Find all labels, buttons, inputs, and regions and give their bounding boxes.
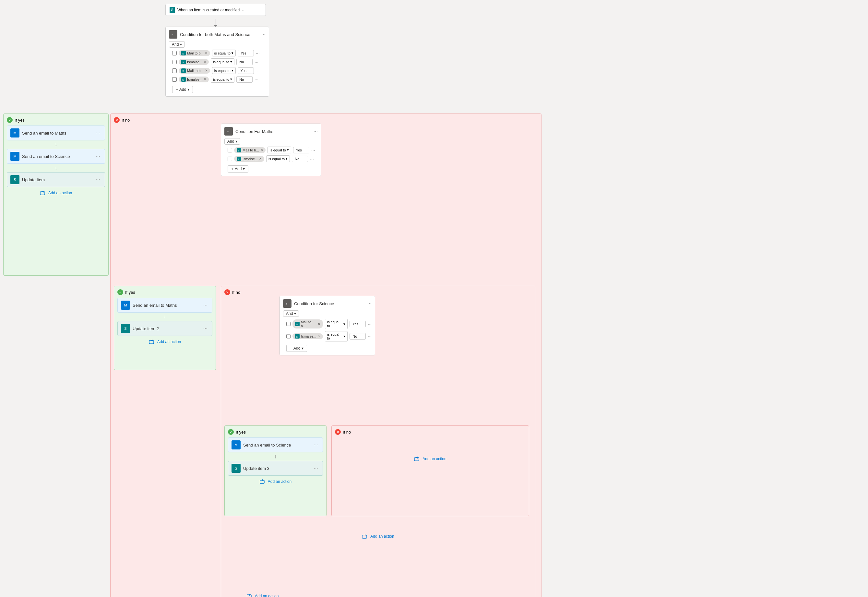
top-update-more[interactable]: ···: [95, 176, 101, 183]
top-send-maths-card[interactable]: M Send an email to Maths ···: [7, 125, 105, 140]
top-send-maths-title: Send an email to Maths: [22, 131, 92, 135]
svg-text:S: S: [182, 52, 184, 55]
main-cond-tag-4: S Ismalse... ✕: [179, 77, 209, 82]
maths-cond-tag-1: S Mail to b... ✕: [234, 147, 266, 153]
maths-send-maths-card[interactable]: M Send an email to Maths ···: [117, 298, 212, 313]
main-cond-row-2: S Ismalse... ✕ is equal to▾ No ···: [169, 58, 266, 65]
science-update-more[interactable]: ···: [313, 465, 319, 472]
science-and-badge[interactable]: And ▾: [283, 310, 299, 317]
main-cond-row-3: S Mail to b... ✕ is equal to▾ Yes ···: [169, 67, 266, 74]
top-if-yes-label: ✓ If yes: [7, 117, 105, 123]
trigger-card[interactable]: S When an item is created or modified ··…: [165, 4, 266, 16]
science-tag-1-x[interactable]: ✕: [318, 322, 320, 326]
maths-tag-2-x[interactable]: ✕: [259, 157, 262, 160]
maths-if-yes-branch: ✓ If yes M Send an email to Maths ··· ↓ …: [114, 286, 216, 370]
main-cond-check-3[interactable]: [172, 68, 177, 73]
main-cond-val-1: Yes: [238, 50, 254, 56]
maths-send-more[interactable]: ···: [202, 301, 209, 309]
maths-cond-tag-2: S Ismalse... ✕: [234, 156, 264, 162]
svg-rect-22: [260, 480, 264, 484]
trigger-more[interactable]: ···: [242, 8, 245, 12]
science-if-yes-icon: ✓: [228, 429, 234, 435]
main-cond-op-2[interactable]: is equal to▾: [211, 58, 234, 65]
top-send-science-icon: M: [10, 152, 19, 161]
maths-send-icon: M: [121, 301, 130, 310]
main-cond-row2-more[interactable]: ···: [255, 59, 258, 65]
svg-text:S: S: [182, 79, 184, 81]
science-cond-row-1: S Mail to b... ✕ is equal to▾ Yes ···: [283, 319, 372, 329]
science-cond-add-btn[interactable]: + Add ▾: [286, 345, 307, 352]
main-cond-add-btn[interactable]: + Add ▾: [172, 86, 193, 93]
maths-cond-add-btn[interactable]: + Add ▾: [228, 165, 248, 172]
main-cond-tag-3: S Mail to b... ✕: [179, 68, 210, 74]
main-cond-row4-more[interactable]: ···: [255, 77, 258, 82]
main-cond-more[interactable]: ···: [261, 31, 266, 37]
science-send-more[interactable]: ···: [313, 441, 319, 448]
maths-update-card[interactable]: S Update item 2 ···: [117, 321, 212, 336]
science-cond-check-2[interactable]: [286, 334, 291, 339]
main-cond-check-4[interactable]: [172, 77, 177, 82]
maths-cond-check-2[interactable]: [228, 157, 232, 161]
maths-cond-op-2[interactable]: is equal to▾: [266, 155, 290, 162]
science-cond-more[interactable]: ···: [367, 301, 372, 306]
main-cond-row1-more[interactable]: ···: [256, 50, 260, 56]
top-update-item-card[interactable]: S Update item ···: [7, 172, 105, 187]
science-cond-op-1[interactable]: is equal to▾: [325, 319, 348, 329]
main-cond-row3-more[interactable]: ···: [256, 68, 260, 73]
maths-cond-title: Condition For Maths: [235, 129, 311, 134]
science-send-card[interactable]: M Send an email to Science ···: [228, 437, 323, 452]
top-if-yes-branch: ✓ If yes M Send an email to Maths ··· ↓ …: [3, 113, 108, 276]
science-update-card[interactable]: S Update item 3 ···: [228, 461, 323, 476]
maths-if-yes-add-action[interactable]: Add an action: [117, 337, 212, 346]
maths-tag-1-x[interactable]: ✕: [260, 148, 263, 152]
science-if-yes-add-action[interactable]: Add an action: [228, 477, 323, 486]
main-cond-tag-4-x[interactable]: ✕: [203, 77, 206, 81]
main-cond-tag-1-x[interactable]: ✕: [205, 51, 208, 55]
main-cond-op-3[interactable]: is equal to▾: [212, 67, 236, 74]
science-if-no-add-action[interactable]: Add an action: [335, 454, 525, 463]
top-send-maths-more[interactable]: ···: [95, 129, 101, 137]
svg-rect-34: [247, 595, 251, 597]
svg-text:≡: ≡: [172, 33, 173, 36]
main-cond-tag-3-x[interactable]: ✕: [205, 69, 208, 72]
main-cond-tag-2-x[interactable]: ✕: [203, 60, 206, 64]
maths-send-title: Send an email to Maths: [133, 303, 199, 308]
top-send-science-title: Send an email to Science: [22, 154, 92, 159]
science-send-icon: M: [231, 440, 240, 450]
top-send-science-more[interactable]: ···: [95, 153, 101, 160]
top-if-yes-add-action[interactable]: Add an action: [7, 189, 105, 198]
top-if-yes-icon: ✓: [7, 117, 13, 123]
svg-rect-25: [414, 457, 419, 461]
maths-cond-row1-more[interactable]: ···: [311, 147, 315, 153]
main-and-badge[interactable]: And ▾: [169, 41, 185, 48]
science-cond-row2-more[interactable]: ···: [368, 334, 372, 339]
maths-cond-row2-more[interactable]: ···: [310, 156, 314, 162]
science-cond-check-1[interactable]: [286, 322, 291, 326]
main-cond-op-1[interactable]: is equal to▾: [212, 50, 236, 56]
maths-cond-check-1[interactable]: [228, 148, 232, 152]
science-if-no-icon: ✕: [335, 429, 341, 435]
bottom-add-action[interactable]: Add an action: [246, 591, 279, 597]
maths-and-badge[interactable]: And ▾: [224, 138, 240, 145]
svg-rect-28: [362, 535, 367, 538]
main-cond-val-4: No: [236, 76, 252, 83]
main-cond-check-2[interactable]: [172, 60, 177, 64]
maths-cond-op-1[interactable]: is equal to▾: [267, 147, 291, 153]
trigger-icon: S: [169, 7, 175, 13]
svg-text:≡: ≡: [286, 302, 287, 306]
main-cond-title: Condition for both Maths and Science: [180, 32, 259, 37]
science-cond-op-2[interactable]: is equal to▾: [325, 331, 348, 342]
science-if-yes-label: ✓ If yes: [228, 429, 323, 435]
main-condition-block: ≡ Condition for both Maths and Science ·…: [165, 27, 269, 97]
main-cond-check-1[interactable]: [172, 51, 177, 55]
science-tag-2-x[interactable]: ✕: [318, 335, 320, 338]
maths-update-more[interactable]: ···: [202, 325, 209, 332]
main-cond-op-4[interactable]: is equal to▾: [211, 76, 234, 83]
maths-cond-val-2: No: [292, 156, 308, 162]
maths-if-yes-icon: ✓: [117, 289, 123, 295]
svg-text:S: S: [296, 323, 298, 325]
maths-cond-more[interactable]: ···: [313, 128, 318, 134]
maths-if-no-add-action[interactable]: Add an action: [224, 532, 532, 541]
science-cond-row1-more[interactable]: ···: [368, 321, 372, 327]
top-send-science-card[interactable]: M Send an email to Science ···: [7, 149, 105, 164]
